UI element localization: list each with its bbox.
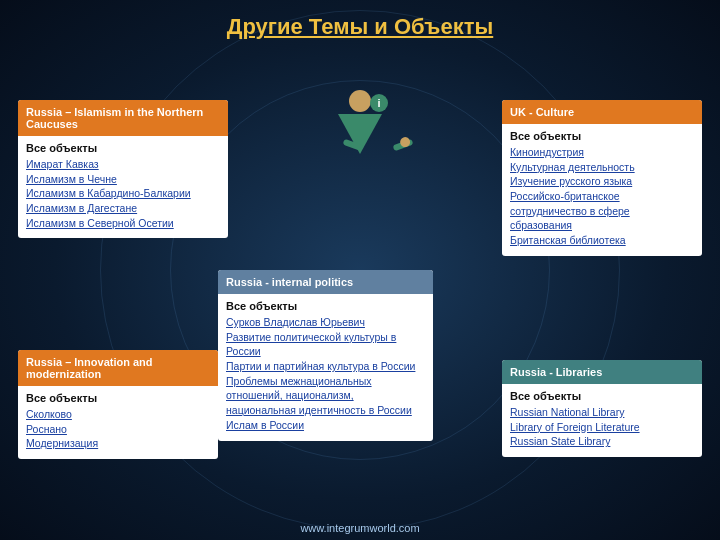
russia-internal-link-3[interactable]: Проблемы межнациональных отношений, наци…: [226, 374, 425, 418]
russia-innovation-link-0[interactable]: Сколково: [26, 407, 210, 422]
card-uk-culture-header: UK - Culture: [502, 100, 702, 124]
russia-innovation-section-title: Все объекты: [26, 392, 210, 404]
card-russia-libraries-header: Russia - Libraries: [502, 360, 702, 384]
figure-arm-right: [393, 139, 414, 151]
russia-innovation-link-2[interactable]: Модернизация: [26, 436, 210, 451]
russia-islamism-link-1[interactable]: Исламизм в Чечне: [26, 172, 220, 187]
card-russia-innovation-body: Все объекты Сколково Роснано Модернизаци…: [18, 386, 218, 459]
russia-islamism-section-title: Все объекты: [26, 142, 220, 154]
card-russia-islamism-body: Все объекты Имарат Кавказ Исламизм в Чеч…: [18, 136, 228, 238]
russia-islamism-link-4[interactable]: Исламизм в Северной Осетии: [26, 216, 220, 231]
card-russia-libraries: Russia - Libraries Все объекты Russian N…: [502, 360, 702, 457]
russia-libraries-link-2[interactable]: Russian State Library: [510, 434, 694, 449]
card-russia-innovation-header: Russia – Innovation and modernization: [18, 350, 218, 386]
figure-hand: [399, 136, 412, 149]
info-figure: i: [320, 90, 400, 180]
card-russia-islamism: Russia – Islamism in the Northern Caucus…: [18, 100, 228, 238]
uk-culture-link-4[interactable]: Британская библиотека: [510, 233, 694, 248]
card-russia-islamism-header: Russia – Islamism in the Northern Caucus…: [18, 100, 228, 136]
uk-culture-link-2[interactable]: Изучение русского языка: [510, 174, 694, 189]
uk-culture-link-3[interactable]: Российско-британское сотрудничество в сф…: [510, 189, 694, 233]
russia-innovation-link-1[interactable]: Роснано: [26, 422, 210, 437]
footer: www.integrumworld.com: [0, 522, 720, 534]
card-russia-libraries-body: Все объекты Russian National Library Lib…: [502, 384, 702, 457]
uk-culture-link-0[interactable]: Киноиндустрия: [510, 145, 694, 160]
russia-internal-link-0[interactable]: Сурков Владислав Юрьевич: [226, 315, 425, 330]
russia-libraries-section-title: Все объекты: [510, 390, 694, 402]
card-uk-culture-body: Все объекты Киноиндустрия Культурная дея…: [502, 124, 702, 256]
russia-islamism-link-3[interactable]: Исламизм в Дагестане: [26, 201, 220, 216]
russia-internal-link-4[interactable]: Ислам в России: [226, 418, 425, 433]
main-area: i Russia – Islamism in the Northern Cauc…: [0, 50, 720, 530]
card-russia-internal: Russia - internal politics Все объекты С…: [218, 270, 433, 441]
page-title: Другие Темы и Объекты: [0, 0, 720, 50]
russia-islamism-link-0[interactable]: Имарат Кавказ: [26, 157, 220, 172]
uk-culture-section-title: Все объекты: [510, 130, 694, 142]
russia-internal-link-2[interactable]: Партии и партийная культура в России: [226, 359, 425, 374]
card-russia-internal-header: Russia - internal politics: [218, 270, 433, 294]
card-uk-culture: UK - Culture Все объекты Киноиндустрия К…: [502, 100, 702, 256]
info-bubble-icon: i: [370, 94, 388, 112]
russia-libraries-link-0[interactable]: Russian National Library: [510, 405, 694, 420]
card-russia-innovation: Russia – Innovation and modernization Вс…: [18, 350, 218, 459]
russia-libraries-link-1[interactable]: Library of Foreign Literature: [510, 420, 694, 435]
uk-culture-link-1[interactable]: Культурная деятельность: [510, 160, 694, 175]
russia-internal-link-1[interactable]: Развитие политической культуры в России: [226, 330, 425, 359]
card-russia-internal-body: Все объекты Сурков Владислав Юрьевич Раз…: [218, 294, 433, 441]
figure-head: [349, 90, 371, 112]
figure-arms: [343, 142, 413, 156]
russia-islamism-link-2[interactable]: Исламизм в Кабардино-Балкарии: [26, 186, 220, 201]
russia-internal-section-title: Все объекты: [226, 300, 425, 312]
